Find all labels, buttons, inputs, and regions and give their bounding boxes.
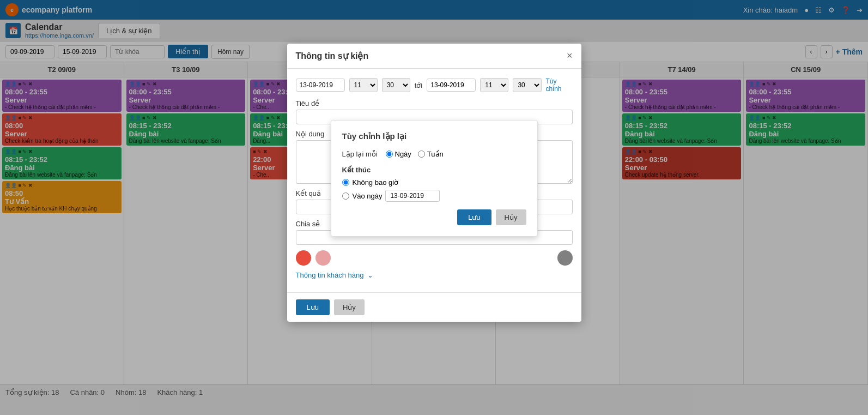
- modal-luu-button[interactable]: Lưu: [296, 299, 330, 315]
- radio-tuan[interactable]: Tuần: [418, 150, 444, 158]
- never-option: Không bao giờ: [342, 178, 526, 187]
- color-row: [296, 250, 573, 266]
- color-pink[interactable]: [315, 250, 331, 266]
- ondate-input[interactable]: [385, 190, 440, 202]
- radio-ngay[interactable]: Ngày: [386, 150, 411, 158]
- chevron-down-icon: ⌄: [367, 271, 373, 279]
- tuy-chinh-link[interactable]: Tùy chỉnh: [546, 77, 573, 93]
- customer-section[interactable]: Thông tin khách hàng ⌄: [296, 271, 573, 279]
- tuan-label: Tuần: [427, 150, 444, 158]
- sub-modal-footer: Lưu Hủy: [342, 209, 526, 225]
- sub-huy-button[interactable]: Hủy: [496, 209, 526, 225]
- ondate-radio[interactable]: [342, 193, 349, 200]
- never-label: Không bao giờ: [353, 178, 399, 187]
- lap-label: Lặp lại mỗi: [342, 150, 380, 158]
- sub-modal-title: Tùy chỉnh lặp lại: [342, 131, 526, 141]
- modal-hour-to[interactable]: 11: [480, 78, 508, 92]
- modal-minute-from[interactable]: 30: [382, 78, 410, 92]
- ondate-option: Vào ngày: [342, 190, 526, 202]
- ondate-label: Vào ngày: [353, 192, 383, 200]
- customer-label: Thông tin khách hàng: [296, 271, 364, 279]
- toi-label: tới: [415, 81, 423, 89]
- modal-date-to[interactable]: [427, 79, 476, 92]
- modal-close-button[interactable]: ×: [567, 50, 573, 62]
- modal-footer: Lưu Hủy: [287, 292, 581, 322]
- datetime-row: 11 30 tới 11 30 Tùy chỉnh: [296, 77, 573, 93]
- event-modal: Thông tin sự kiện × 11 30 tới 11 30: [287, 44, 581, 322]
- radio-tuan-input[interactable]: [418, 151, 425, 158]
- ket-thuc-title: Kết thúc: [342, 166, 526, 174]
- modal-huy-button[interactable]: Hủy: [334, 299, 365, 315]
- tieude-label: Tiêu đề: [296, 99, 573, 107]
- modal-minute-to[interactable]: 30: [513, 78, 541, 92]
- lap-row: Lặp lại mỗi Ngày Tuần: [342, 150, 526, 158]
- radio-ngay-input[interactable]: [386, 151, 393, 158]
- ngay-label: Ngày: [395, 150, 411, 158]
- modal-title: Thông tin sự kiện: [296, 51, 369, 61]
- modal-overlay: Thông tin sự kiện × 11 30 tới 11 30: [0, 0, 868, 400]
- never-radio[interactable]: [342, 179, 349, 186]
- sub-modal: Tùy chỉnh lặp lại Lặp lại mỗi Ngày Tuần: [331, 120, 538, 237]
- lap-options: Ngày Tuần: [386, 150, 444, 158]
- modal-hour-from[interactable]: 11: [349, 78, 378, 92]
- color-gray[interactable]: [557, 250, 573, 266]
- color-red[interactable]: [296, 250, 311, 266]
- sub-luu-button[interactable]: Lưu: [457, 209, 491, 225]
- modal-date-from[interactable]: [296, 79, 345, 92]
- ket-thuc-section: Kết thúc Không bao giờ Vào ngày: [342, 166, 526, 202]
- modal-header: Thông tin sự kiện ×: [287, 44, 581, 69]
